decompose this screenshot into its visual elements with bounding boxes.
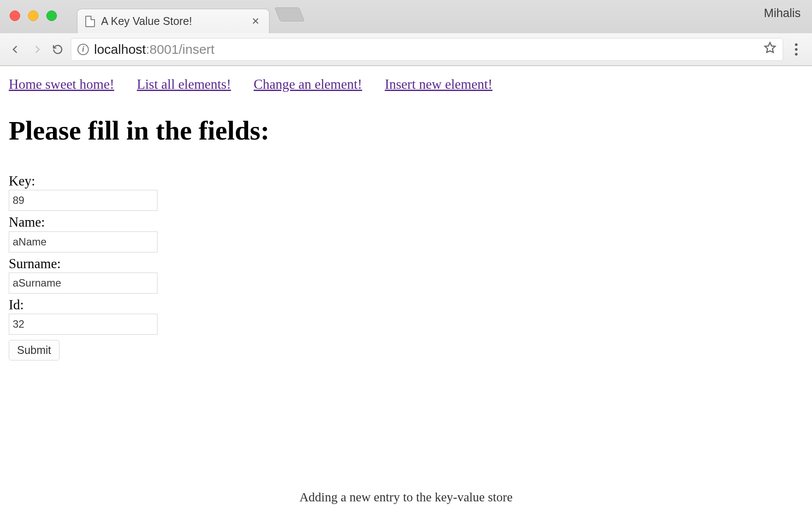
bookmark-star-icon[interactable]	[763, 41, 777, 57]
browser-toolbar: i localhost:8001/insert	[0, 33, 812, 66]
nav-links: Home sweet home! List all elements! Chan…	[9, 77, 803, 92]
page-heading: Please fill in the fields:	[9, 115, 803, 146]
site-info-icon[interactable]: i	[77, 44, 89, 55]
browser-chrome: A Key Value Store! ✕ Mihalis i localhost…	[0, 0, 812, 66]
forward-button[interactable]	[29, 42, 45, 57]
link-list[interactable]: List all elements!	[137, 77, 231, 92]
browser-menu-icon[interactable]	[788, 43, 804, 56]
address-bar[interactable]: i localhost:8001/insert	[71, 38, 783, 61]
link-insert[interactable]: Insert new element!	[385, 77, 492, 92]
page-icon	[85, 16, 95, 27]
new-tab-button[interactable]	[275, 7, 305, 21]
insert-form: Key: Name: Surname: Id: Submit	[9, 172, 803, 360]
close-tab-icon[interactable]: ✕	[250, 16, 261, 27]
browser-tab[interactable]: A Key Value Store! ✕	[77, 9, 270, 33]
close-window-button[interactable]	[10, 10, 20, 21]
input-surname[interactable]	[9, 273, 158, 294]
label-name: Name:	[9, 214, 803, 231]
label-id: Id:	[9, 296, 803, 314]
page-content: Home sweet home! List all elements! Chan…	[0, 66, 812, 371]
tab-title: A Key Value Store!	[101, 15, 192, 28]
url-text: localhost:8001/insert	[94, 42, 214, 57]
input-id[interactable]	[9, 314, 158, 335]
url-path: :8001/insert	[146, 42, 214, 56]
tab-strip: A Key Value Store! ✕ Mihalis	[0, 0, 812, 33]
profile-name[interactable]: Mihalis	[764, 7, 801, 20]
label-surname: Surname:	[9, 255, 803, 273]
label-key: Key:	[9, 172, 803, 190]
figure-caption: Adding a new entry to the key-value stor…	[0, 490, 812, 504]
link-change[interactable]: Change an element!	[254, 77, 362, 92]
url-host: localhost	[94, 42, 146, 56]
maximize-window-button[interactable]	[46, 10, 57, 21]
link-home[interactable]: Home sweet home!	[9, 77, 114, 92]
back-button[interactable]	[8, 42, 24, 57]
submit-button[interactable]: Submit	[9, 340, 60, 360]
input-key[interactable]	[9, 190, 158, 211]
input-name[interactable]	[9, 231, 158, 252]
minimize-window-button[interactable]	[28, 10, 38, 21]
window-controls	[10, 10, 57, 21]
reload-button[interactable]	[50, 42, 66, 57]
